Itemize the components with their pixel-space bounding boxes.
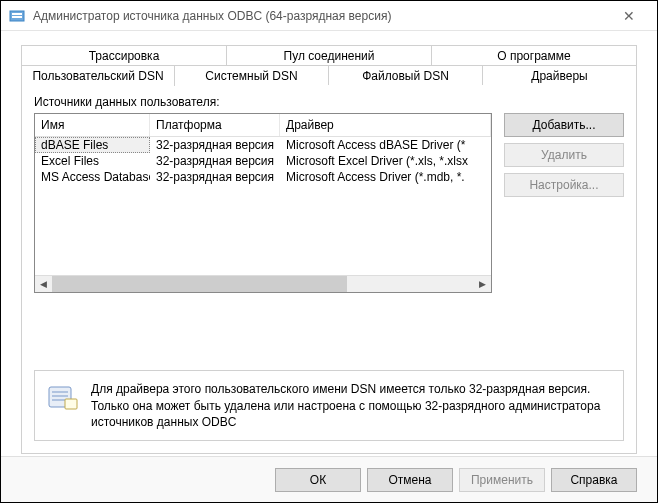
listview-header: Имя Платформа Драйвер [35,114,491,137]
tab-pooling[interactable]: Пул соединений [227,45,432,66]
section-label: Источники данных пользователя: [34,95,624,109]
datasource-icon [47,381,79,413]
dsn-listview[interactable]: Имя Платформа Драйвер dBASE Files 32-раз… [34,113,492,293]
table-row[interactable]: Excel Files 32-разрядная версия Microsof… [35,153,491,169]
scroll-right-icon[interactable]: ▶ [474,276,491,293]
tab-system-dsn[interactable]: Системный DSN [175,65,329,86]
tab-row-top: Трассировка Пул соединений О программе [21,45,637,66]
tab-row-bottom: Пользовательский DSN Системный DSN Файло… [21,65,637,86]
scroll-track[interactable] [52,276,474,292]
svg-rect-2 [12,16,22,18]
ok-button[interactable]: ОК [275,468,361,492]
tab-drivers[interactable]: Драйверы [483,65,637,86]
side-button-column: Добавить... Удалить Настройка... [504,113,624,352]
configure-button[interactable]: Настройка... [504,173,624,197]
content-area: Трассировка Пул соединений О программе П… [1,31,657,456]
cell-platform: 32-разрядная версия [150,153,280,169]
scroll-thumb[interactable] [52,276,347,292]
horizontal-scrollbar[interactable]: ◀ ▶ [35,275,491,292]
cell-driver: Microsoft Excel Driver (*.xls, *.xlsx [280,153,491,169]
cell-name: dBASE Files [35,137,150,153]
tab-panel: Источники данных пользователя: Имя Платф… [21,85,637,454]
column-header-driver[interactable]: Драйвер [280,114,491,136]
tab-about[interactable]: О программе [432,45,637,66]
svg-rect-7 [65,399,77,409]
cell-platform: 32-разрядная версия [150,137,280,153]
titlebar: Администратор источника данных ODBC (64-… [1,1,657,31]
cell-driver: Microsoft Access Driver (*.mdb, *. [280,169,491,185]
window-title: Администратор источника данных ODBC (64-… [33,9,609,23]
close-icon[interactable]: ✕ [609,8,649,24]
main-row: Имя Платформа Драйвер dBASE Files 32-раз… [34,113,624,352]
tab-tracing[interactable]: Трассировка [21,45,227,66]
table-row[interactable]: MS Access Database 32-разрядная версия M… [35,169,491,185]
cell-driver: Microsoft Access dBASE Driver (* [280,137,491,153]
dialog-footer: ОК Отмена Применить Справка [1,456,657,502]
cell-platform: 32-разрядная версия [150,169,280,185]
svg-rect-1 [12,13,22,15]
info-box: Для драйвера этого пользовательского име… [34,370,624,441]
tab-user-dsn[interactable]: Пользовательский DSN [21,65,175,86]
help-button[interactable]: Справка [551,468,637,492]
column-header-name[interactable]: Имя [35,114,150,136]
apply-button[interactable]: Применить [459,468,545,492]
cancel-button[interactable]: Отмена [367,468,453,492]
listview-body: dBASE Files 32-разрядная версия Microsof… [35,137,491,275]
column-header-platform[interactable]: Платформа [150,114,280,136]
tab-file-dsn[interactable]: Файловый DSN [329,65,483,86]
scroll-left-icon[interactable]: ◀ [35,276,52,293]
cell-name: MS Access Database [35,169,150,185]
info-text: Для драйвера этого пользовательского име… [91,381,611,430]
table-row[interactable]: dBASE Files 32-разрядная версия Microsof… [35,137,491,153]
cell-name: Excel Files [35,153,150,169]
app-icon [9,8,25,24]
odbc-admin-window: Администратор источника данных ODBC (64-… [0,0,658,503]
add-button[interactable]: Добавить... [504,113,624,137]
remove-button[interactable]: Удалить [504,143,624,167]
